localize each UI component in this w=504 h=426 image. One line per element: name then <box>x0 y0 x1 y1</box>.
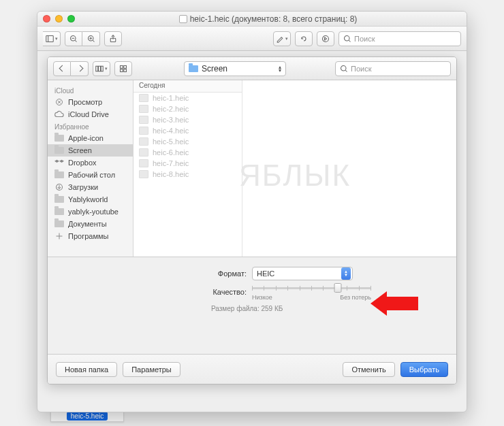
file-icon <box>139 94 148 102</box>
minimize-button[interactable] <box>55 15 63 22</box>
svg-rect-0 <box>46 35 53 42</box>
slider-thumb[interactable] <box>334 283 342 293</box>
svg-rect-14 <box>96 66 98 71</box>
zoom-out-button[interactable] <box>65 31 82 46</box>
svg-line-3 <box>75 40 76 42</box>
sidebar-item-label: Yablykworld <box>68 195 108 203</box>
main-search-field[interactable]: Поиск <box>338 31 461 46</box>
svg-rect-20 <box>124 69 127 71</box>
zoom-button[interactable] <box>67 15 75 22</box>
file-name: heic-1.heic <box>153 94 189 102</box>
cancel-button[interactable]: Отменить <box>343 362 394 377</box>
apps-icon <box>54 232 64 240</box>
download-icon <box>54 183 64 191</box>
file-icon <box>139 105 148 113</box>
file-browser: iCloudПросмотрiCloud DriveИзбранноеApple… <box>48 80 456 257</box>
search-icon <box>340 65 348 73</box>
quality-lossless-label: Без потерь <box>340 294 371 301</box>
sidebar-item-yablyk-youtube[interactable]: yablyk-youtube <box>48 206 133 218</box>
sidebar-item-yablykworld[interactable]: Yablykworld <box>48 193 133 206</box>
sidebar-item--[interactable]: Документы <box>48 218 133 230</box>
columns-icon <box>95 65 104 73</box>
rotate-button[interactable] <box>295 31 313 46</box>
file-row[interactable]: heic-5.heic <box>133 136 242 147</box>
file-row[interactable]: heic-6.heic <box>133 147 242 158</box>
svg-marker-24 <box>54 160 59 163</box>
sidebar-item--[interactable]: Просмотр <box>48 96 133 108</box>
zoom-group <box>65 31 100 46</box>
sidebar-item-label: Screen <box>68 146 92 154</box>
sidebar-item-apple-icon[interactable]: Apple-icon <box>48 132 133 144</box>
folder-icon <box>189 65 198 72</box>
back-button[interactable] <box>53 61 71 76</box>
sidebar-item-label: Dropbox <box>68 159 97 167</box>
format-select[interactable]: HEIC ▲▼ <box>252 267 353 280</box>
file-row[interactable]: heic-2.heic <box>133 103 242 114</box>
desktop-icon <box>54 171 64 179</box>
annotate-button[interactable] <box>317 31 334 46</box>
zoom-in-button[interactable] <box>82 31 100 46</box>
window-title: heic-1.heic (документов: 8, всего страни… <box>75 14 461 24</box>
sheet-toolbar: ▾ Screen ▴▾ Поиск <box>48 57 456 80</box>
file-row[interactable]: heic-1.heic <box>133 93 242 103</box>
sidebar: iCloudПросмотрiCloud DriveИзбранноеApple… <box>48 80 133 257</box>
view-options-button[interactable]: ▾ <box>93 61 110 76</box>
file-row[interactable]: heic-4.heic <box>133 125 242 136</box>
file-name: heic-3.heic <box>153 116 189 124</box>
group-button[interactable] <box>114 61 132 76</box>
forward-button[interactable] <box>71 61 89 76</box>
svg-point-12 <box>345 35 350 41</box>
file-name: heic-7.heic <box>153 159 189 167</box>
save-sheet: ▾ Screen ▴▾ Поиск iCloudПросмотрiCloud D… <box>47 56 457 384</box>
sidebar-item-label: Apple-icon <box>68 134 104 142</box>
window-controls <box>43 15 75 22</box>
sidebar-item-screen[interactable]: Screen <box>48 144 133 157</box>
view-mode-group: ▾ <box>43 31 61 46</box>
markup-button[interactable]: ▾ <box>273 31 291 46</box>
thumbnail-caption: heic-5.heic <box>67 412 108 421</box>
sidebar-item-label: Программы <box>68 232 108 240</box>
file-row[interactable]: heic-3.heic <box>133 114 242 125</box>
sidebar-item-icloud-drive[interactable]: iCloud Drive <box>48 108 133 120</box>
dropbox-icon <box>54 159 64 167</box>
svg-point-21 <box>341 65 347 71</box>
close-button[interactable] <box>43 15 50 22</box>
choose-button[interactable]: Выбрать <box>400 362 448 377</box>
column-header: Сегодня <box>133 80 242 93</box>
share-icon <box>109 35 117 43</box>
sheet-search-field[interactable]: Поиск <box>335 61 451 76</box>
sidebar-toggle-button[interactable]: ▾ <box>43 31 61 46</box>
sidebar-item-label: Загрузки <box>68 183 98 191</box>
svg-line-13 <box>349 40 350 42</box>
document-icon <box>179 15 187 23</box>
file-name: heic-2.heic <box>153 105 189 113</box>
sidebar-item--[interactable]: Рабочий стол <box>48 169 133 181</box>
updown-icon: ▴▾ <box>279 65 281 72</box>
nav-back-forward <box>53 61 89 76</box>
svg-rect-17 <box>121 65 123 68</box>
file-name: heic-6.heic <box>153 148 189 157</box>
quality-low-label: Низкое <box>252 294 272 301</box>
sidebar-item-dropbox[interactable]: Dropbox <box>48 157 133 169</box>
sidebar-header: Избранное <box>48 120 133 132</box>
file-icon <box>139 127 148 135</box>
folder-icon <box>54 134 64 142</box>
file-name: heic-5.heic <box>153 137 189 146</box>
zoom-out-icon <box>69 35 78 43</box>
file-row[interactable]: heic-8.heic <box>133 169 242 180</box>
share-button[interactable] <box>104 31 122 46</box>
folder-icon <box>54 220 64 228</box>
quality-slider[interactable] <box>252 283 371 293</box>
format-value: HEIC <box>257 269 274 278</box>
zoom-in-icon <box>87 35 95 43</box>
chevron-right-icon <box>76 65 83 72</box>
sidebar-item--[interactable]: Загрузки <box>48 181 133 193</box>
sidebar-item--[interactable]: Программы <box>48 230 133 242</box>
filesize-info: Размер файла: 259 КБ <box>211 305 456 312</box>
new-folder-button[interactable]: Новая папка <box>56 362 117 377</box>
file-row[interactable]: heic-7.heic <box>133 158 242 169</box>
parameters-button[interactable]: Параметры <box>123 362 180 377</box>
column-area: Сегодня heic-1.heicheic-2.heicheic-3.hei… <box>133 80 456 257</box>
location-dropdown[interactable]: Screen ▴▾ <box>184 61 286 76</box>
sheet-footer: Новая папка Параметры Отменить Выбрать <box>48 354 456 384</box>
